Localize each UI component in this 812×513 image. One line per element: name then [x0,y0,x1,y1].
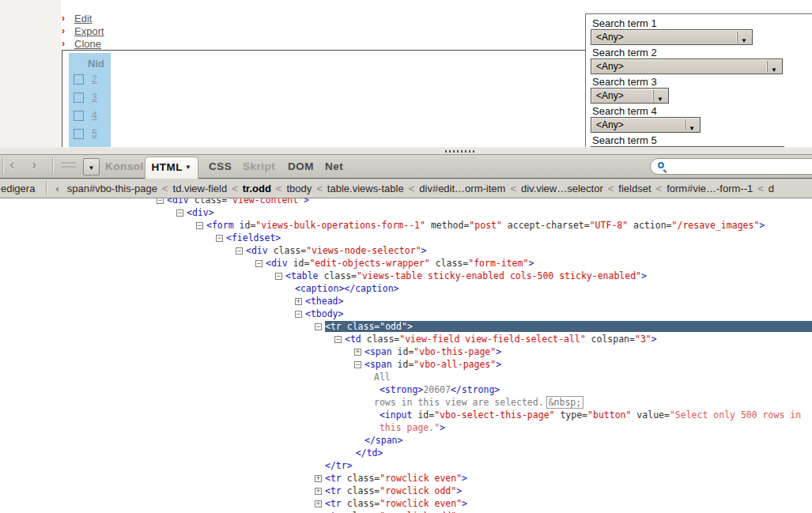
expand-icon[interactable]: + [315,475,322,482]
code-segment: class= [347,321,380,332]
code-text: <input id="vbo-select-this-page" type="b… [374,409,801,421]
tree-line[interactable]: −<td class="view-field view-field-select… [0,333,812,345]
row-checkbox[interactable] [74,111,84,121]
tab-dom[interactable]: DOM [288,155,314,178]
expand-icon[interactable]: + [315,488,322,495]
tree-line[interactable]: this page."> [0,421,812,434]
tree-line[interactable]: </td> [0,447,812,459]
tree-line[interactable]: −<form id="views-bulk-operations-form--1… [0,219,812,232]
tab-konsol[interactable]: Konsol [105,155,144,178]
panel-splitter[interactable] [0,147,812,155]
tab-html[interactable]: HTML▼ [145,157,198,179]
splitter-grip-icon[interactable] [445,150,474,153]
tree-line[interactable]: +<span id="vbo-this-page"> [0,345,812,358]
op-link-clone[interactable]: Clone [74,38,101,50]
tree-line[interactable]: <input id="vbo-select-this-page" type="b… [0,409,812,421]
expand-icon[interactable]: + [354,349,361,356]
breadcrumb-item[interactable]: tbody [286,183,312,194]
code-segment: "views-node-selector" [306,245,421,256]
nid-link[interactable]: 2 [92,74,97,85]
table-row: 4 [62,108,596,126]
breadcrumb-item[interactable]: table.views-table [327,183,404,194]
row-checkbox[interactable] [74,92,84,103]
op-link-edit[interactable]: Edit [74,13,92,25]
nid-link[interactable]: 3 [92,92,97,103]
tree-line[interactable]: All [0,371,812,383]
operation-link-row: ›Export [62,25,104,37]
chevron-left-icon[interactable]: ‹ [55,183,59,194]
collapse-icon[interactable]: − [354,361,361,368]
tree-line[interactable]: −<tbody> [0,307,812,320]
breadcrumb-item[interactable]: form#vie…-form--1 [667,183,753,194]
breadcrumb-item[interactable]: tr.odd [243,183,271,194]
breadcrumb-item[interactable]: fieldset [618,183,651,194]
tree-line[interactable]: −<fieldset> [0,232,812,244]
tab-skript[interactable]: Skript [243,155,275,178]
collapse-icon[interactable]: − [216,235,223,242]
forward-icon[interactable]: › [32,156,36,173]
tree-line[interactable]: </span> [0,434,812,447]
code-segment: > [496,359,501,370]
nid-link[interactable]: 4 [92,110,97,121]
tree-line[interactable]: +<tr class="rowclick odd"> [0,510,812,513]
filter-dropdown[interactable]: <Any>▼ [591,117,701,133]
collapse-icon[interactable]: − [334,336,342,343]
tree-line[interactable]: </tr> [0,459,812,472]
breadcrumb-item[interactable]: td.view-field [173,183,228,194]
tree-line[interactable]: −<div> [0,206,812,219]
dropdown-arrow-area[interactable]: ▼ [767,61,780,72]
menu-icon[interactable] [62,162,76,170]
tree-line[interactable]: <caption></caption> [0,282,812,295]
chevron-down-icon: ▼ [89,164,95,172]
tree-line[interactable]: −<span id="vbo-all-pages"> [0,358,812,371]
dropdown-arrow-area[interactable]: ▼ [737,32,750,43]
options-dropdown-button[interactable]: ▼ [83,158,100,175]
expand-icon[interactable]: + [315,500,322,507]
collapse-icon[interactable]: − [295,311,302,318]
breadcrumb-item[interactable]: span#vbo-this-page [67,183,157,194]
tree-line-selected[interactable]: −<tr class="odd"> [0,320,812,333]
tree-line[interactable]: +<tr class="rowclick even"> [0,497,812,510]
row-checkbox[interactable] [74,74,84,85]
tree-line[interactable]: −<div id="edit-objects-wrapper" class="f… [0,257,812,270]
filter-dropdown[interactable]: <Any>▼ [591,29,753,45]
breadcrumb-item[interactable]: div.view…selector [521,183,603,194]
search-input[interactable] [670,160,812,173]
collapse-icon[interactable]: − [255,260,262,267]
breadcrumb-item[interactable]: div#edit…orm-item [419,183,505,194]
code-segment: "form-item" [468,258,528,269]
code-segment: <div [266,258,293,269]
collapse-icon[interactable]: − [315,323,322,330]
tree-line[interactable]: −<div class="views-node-selector"> [0,244,812,257]
expand-icon[interactable]: + [295,298,302,305]
row-checkbox[interactable] [74,129,84,139]
code-text: <tr class="rowclick even"> [325,498,467,509]
collapse-icon[interactable]: − [236,247,243,255]
dropdown-arrow-area[interactable]: ▼ [685,119,698,130]
collapse-icon[interactable]: − [275,273,282,280]
tab-net[interactable]: Net [325,155,343,178]
dropdown-arrow-area[interactable]: ▼ [653,90,667,101]
breadcrumb-truncated-item[interactable]: edigera [1,183,35,194]
op-link-export[interactable]: Export [74,25,104,37]
collapse-icon[interactable]: − [176,209,183,217]
breadcrumb-item[interactable]: d [769,183,774,194]
code-segment: action= [628,220,671,231]
tree-line[interactable]: +<thead> [0,295,812,307]
code-segment: "views-table sticky-enabled cols-500 sti… [357,270,641,281]
code-segment: <tbody> [305,308,343,319]
filter-dropdown[interactable]: <Any>▼ [591,88,669,104]
tab-css[interactable]: CSS [209,155,232,178]
nid-link[interactable]: 5 [92,128,97,139]
filter-dropdown[interactable]: <Any>▼ [591,58,783,74]
back-icon[interactable]: ‹ [9,156,14,173]
arrow-bullet-icon: › [62,25,74,36]
tree-line[interactable]: +<tr class="rowclick odd"> [0,485,812,497]
tree-line[interactable]: +<tr class="rowclick even"> [0,472,812,485]
collapse-icon[interactable]: − [196,222,203,229]
tree-line[interactable]: −<table class="views-table sticky-enable… [0,270,812,282]
code-segment: id= [417,409,434,421]
search-box[interactable] [650,158,812,175]
tree-line[interactable]: <strong>20607</strong> [0,383,812,396]
tree-line[interactable]: rows in this view are selected.&nbsp; [0,396,812,409]
